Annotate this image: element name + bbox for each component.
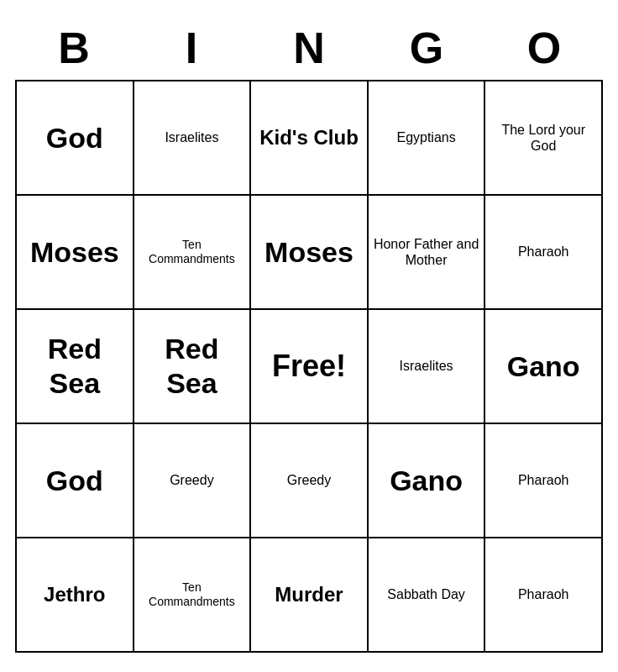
bingo-card: BINGO GodIsraelitesKid's ClubEgyptiansTh… — [7, 11, 611, 661]
cell-4-1: Ten Commandments — [134, 538, 252, 653]
cell-2-3: Israelites — [369, 310, 486, 424]
cell-0-1: Israelites — [134, 81, 252, 196]
header-letter: G — [368, 19, 485, 76]
cell-1-1: Ten Commandments — [134, 196, 252, 310]
bingo-grid: GodIsraelitesKid's ClubEgyptiansThe Lord… — [15, 80, 603, 653]
cell-2-4: Gano — [485, 310, 603, 424]
cell-4-3: Sabbath Day — [369, 538, 486, 653]
cell-3-1: Greedy — [134, 424, 252, 538]
cell-0-4: The Lord your God — [485, 81, 603, 196]
cell-4-4: Pharaoh — [485, 538, 603, 653]
cell-1-2: Moses — [251, 196, 369, 310]
cell-0-3: Egyptians — [369, 81, 486, 196]
cell-2-0: Red Sea — [17, 310, 134, 424]
cell-3-2: Greedy — [251, 424, 369, 538]
cell-4-0: Jethro — [17, 538, 134, 653]
cell-3-4: Pharaoh — [485, 424, 603, 538]
cell-1-0: Moses — [17, 196, 134, 310]
cell-1-4: Pharaoh — [485, 196, 603, 310]
cell-1-3: Honor Father and Mother — [369, 196, 486, 310]
cell-2-2: Free! — [251, 310, 369, 424]
cell-0-0: God — [17, 81, 134, 196]
cell-0-2: Kid's Club — [251, 81, 369, 196]
header-letter: N — [250, 19, 368, 76]
cell-3-0: God — [17, 424, 134, 538]
bingo-header: BINGO — [15, 19, 603, 76]
cell-3-3: Gano — [369, 424, 486, 538]
cell-4-2: Murder — [251, 538, 369, 653]
cell-2-1: Red Sea — [134, 310, 252, 424]
header-letter: B — [15, 19, 133, 76]
header-letter: I — [133, 19, 250, 76]
header-letter: O — [485, 19, 603, 76]
